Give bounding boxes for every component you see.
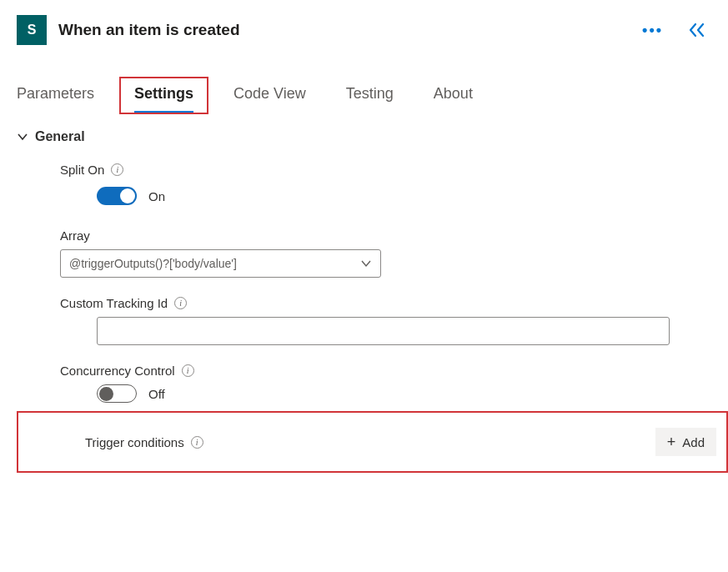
trigger-conditions-label: Trigger conditions xyxy=(85,435,184,449)
info-icon[interactable]: i xyxy=(174,297,187,309)
header-actions: ••• xyxy=(642,22,711,39)
split-on-label: Split On xyxy=(60,163,104,177)
info-icon[interactable]: i xyxy=(111,163,123,176)
split-on-state: On xyxy=(148,189,165,203)
tab-bar: Parameters Settings Code View Testing Ab… xyxy=(0,55,728,114)
sharepoint-icon: S xyxy=(17,15,47,45)
trigger-conditions-row: Trigger conditions i + Add xyxy=(17,411,728,473)
tab-code-view[interactable]: Code View xyxy=(213,77,326,114)
tab-about[interactable]: About xyxy=(414,77,493,114)
array-label-text: Array xyxy=(60,228,90,243)
custom-tracking-label: Custom Tracking Id xyxy=(60,296,168,310)
concurrency-toggle[interactable] xyxy=(97,384,137,403)
concurrency-state: Off xyxy=(148,387,165,401)
info-icon[interactable]: i xyxy=(191,436,203,449)
split-on-toggle-row: On xyxy=(60,187,711,205)
array-select[interactable]: @triggerOutputs()?['body/value'] xyxy=(60,249,381,278)
split-on-toggle[interactable] xyxy=(97,187,137,205)
tab-settings-label: Settings xyxy=(134,85,193,102)
custom-tracking-label-row: Custom Tracking Id i xyxy=(60,296,711,310)
custom-tracking-input[interactable] xyxy=(97,317,670,345)
trigger-conditions-label-row: Trigger conditions i xyxy=(42,435,203,449)
chevron-down-icon xyxy=(17,131,28,143)
section-general-title: General xyxy=(35,129,85,144)
collapse-panel-icon[interactable] xyxy=(688,23,706,38)
more-options-icon[interactable]: ••• xyxy=(642,22,663,39)
icon-glyph: S xyxy=(28,23,37,38)
tab-testing[interactable]: Testing xyxy=(326,77,414,114)
settings-content: General Split On i On Array @triggerOutp… xyxy=(0,114,728,488)
concurrency-label: Concurrency Control xyxy=(60,364,175,378)
tab-parameters[interactable]: Parameters xyxy=(17,77,114,114)
section-general-body: Split On i On Array @triggerOutputs()?['… xyxy=(17,163,711,473)
concurrency-toggle-row: Off xyxy=(60,384,711,403)
add-trigger-condition-button[interactable]: + Add xyxy=(655,428,716,456)
plus-icon: + xyxy=(667,434,676,449)
split-on-label-row: Split On i xyxy=(60,163,711,177)
tab-settings[interactable]: Settings xyxy=(114,77,213,114)
chevron-down-icon xyxy=(360,258,372,269)
array-value: @triggerOutputs()?['body/value'] xyxy=(69,257,237,270)
action-header: S When an item is created ••• xyxy=(0,0,728,55)
concurrency-label-row: Concurrency Control i xyxy=(60,364,711,378)
info-icon[interactable]: i xyxy=(182,364,194,377)
add-button-label: Add xyxy=(682,435,705,449)
array-label: Array xyxy=(60,228,711,243)
card-title: When an item is created xyxy=(58,21,630,39)
section-general-header[interactable]: General xyxy=(17,129,711,144)
